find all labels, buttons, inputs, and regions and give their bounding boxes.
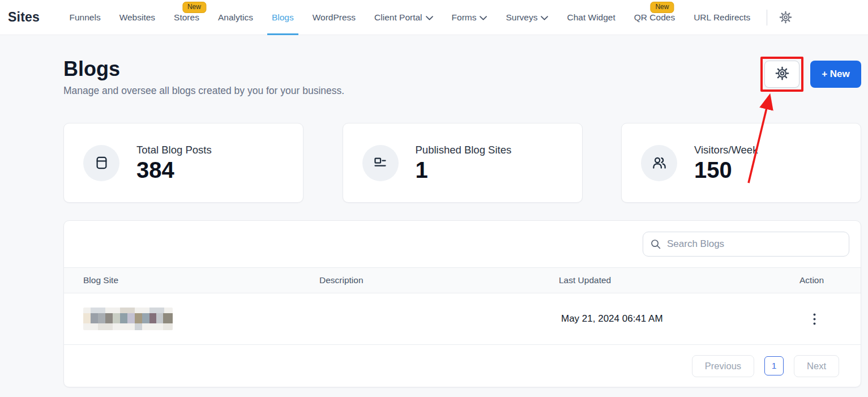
stat-label: Visitors/Week [694, 144, 758, 156]
table-toolbar [64, 221, 861, 267]
stat-label: Published Blog Sites [416, 144, 512, 156]
stat-card-published-blog-sites: Published Blog Sites 1 [343, 123, 583, 203]
table-row[interactable]: May 21, 2024 06:41 AM [64, 293, 861, 345]
page-subtitle: Manage and oversee all blogs created by … [63, 85, 344, 97]
nav-divider [767, 10, 767, 25]
blog-posts-icon [83, 145, 119, 181]
nav-item-funnels[interactable]: Funnels [69, 0, 100, 35]
column-header-action: Action [799, 275, 861, 285]
stat-value: 150 [694, 157, 758, 182]
column-header-last-updated: Last Updated [559, 275, 799, 285]
gear-icon [775, 66, 789, 82]
top-navbar: Sites Funnels Websites New Stores Analyt… [0, 0, 868, 35]
previous-page-button[interactable]: Previous [692, 355, 754, 377]
blogs-table-card: Blog Site Description Last Updated Actio… [63, 220, 861, 387]
visitors-icon [641, 145, 677, 181]
nav-item-blogs[interactable]: Blogs [272, 0, 294, 35]
table-header-row: Blog Site Description Last Updated Actio… [64, 267, 861, 293]
chevron-down-icon [541, 16, 548, 20]
search-input[interactable] [643, 232, 849, 257]
nav-settings-gear-icon[interactable] [776, 8, 796, 27]
new-blog-button[interactable]: + New [810, 61, 861, 88]
blog-settings-button[interactable] [764, 61, 799, 88]
main-content: Blogs Manage and oversee all blogs creat… [63, 57, 861, 387]
next-page-button[interactable]: Next [794, 355, 839, 377]
nav-item-websites[interactable]: Websites [119, 0, 155, 35]
pagination: Previous 1 Next [64, 345, 861, 387]
nav-item-stores[interactable]: New Stores [174, 0, 199, 35]
page-number-button[interactable]: 1 [764, 356, 784, 375]
column-header-blog-site: Blog Site [83, 275, 319, 285]
header-actions: + New [760, 57, 861, 92]
nav-item-surveys[interactable]: Surveys [506, 0, 548, 35]
brand-title: Sites [8, 10, 40, 25]
nav-item-forms[interactable]: Forms [452, 0, 488, 35]
nav-item-url-redirects[interactable]: URL Redirects [694, 0, 750, 35]
nav-tabs: Funnels Websites New Stores Analytics Bl… [60, 0, 760, 35]
stat-card-total-blog-posts: Total Blog Posts 384 [63, 123, 303, 203]
stat-card-visitors-week: Visitors/Week 150 [621, 123, 861, 203]
new-badge: New [650, 2, 674, 13]
column-header-description: Description [319, 275, 559, 285]
chevron-down-icon [480, 16, 487, 20]
stat-value: 384 [136, 157, 212, 182]
page-title: Blogs [63, 57, 344, 82]
search-icon [650, 238, 661, 252]
nav-item-qr-codes[interactable]: New QR Codes [634, 0, 675, 35]
cell-last-updated: May 21, 2024 06:41 AM [559, 313, 799, 325]
nav-item-analytics[interactable]: Analytics [218, 0, 253, 35]
kebab-menu-icon[interactable] [804, 309, 824, 329]
stats-row: Total Blog Posts 384 Published Blog Site… [63, 123, 861, 203]
stat-value: 1 [416, 157, 512, 182]
blog-site-name-redacted [83, 308, 173, 330]
red-highlight-box [760, 57, 803, 92]
new-badge: New [182, 2, 206, 13]
published-sites-icon [362, 145, 399, 181]
nav-item-client-portal[interactable]: Client Portal [374, 0, 433, 35]
nav-item-wordpress[interactable]: WordPress [313, 0, 356, 35]
stat-label: Total Blog Posts [136, 144, 212, 156]
page-header: Blogs Manage and oversee all blogs creat… [63, 57, 861, 97]
chevron-down-icon [426, 16, 433, 20]
nav-item-chat-widget[interactable]: Chat Widget [567, 0, 615, 35]
